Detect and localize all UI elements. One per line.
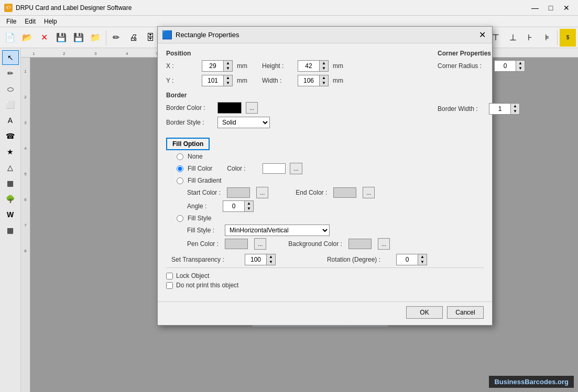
toolbar-print[interactable]: 🖨 (125, 29, 141, 47)
x-label: X : (166, 62, 198, 70)
minimize-button[interactable]: — (528, 2, 542, 14)
y-down[interactable]: ▼ (224, 81, 232, 86)
fill-option-container: Fill Option None Fill Color Color : (166, 132, 427, 265)
bg-color-label: Background Color : (288, 240, 342, 248)
fill-color-swatch[interactable] (263, 163, 286, 174)
gradient-angle-row: Angle : ▲ ▼ (166, 200, 427, 212)
angle-up[interactable]: ▲ (245, 201, 253, 206)
start-color-swatch[interactable] (227, 187, 250, 198)
fill-gradient-row: Fill Gradient (166, 177, 427, 184)
window-close-button[interactable]: ✕ (559, 2, 574, 14)
height-unit: mm (333, 62, 343, 70)
position-section-label: Position (166, 50, 427, 57)
height-up[interactable]: ▲ (320, 61, 328, 66)
border-width-section: Border Width : ▲ ▼ (438, 103, 532, 115)
y-input[interactable] (202, 75, 223, 86)
fill-gradient-radio[interactable] (177, 177, 183, 184)
corner-radius-up[interactable]: ▲ (516, 61, 525, 66)
toolbar-save2[interactable]: 💾 (71, 29, 87, 47)
tool-ellipse[interactable]: ⬭ (2, 82, 19, 96)
rotation-up[interactable]: ▲ (418, 254, 427, 260)
bg-color-swatch[interactable] (348, 239, 372, 249)
pen-color-browse[interactable]: ... (254, 238, 266, 250)
app-title: DRPU Card and Label Designer Software (16, 4, 132, 12)
border-color-browse[interactable]: ... (246, 102, 258, 114)
toolbar-align-bottom[interactable]: ⊦ (522, 29, 538, 47)
tool-text[interactable]: A (2, 113, 19, 128)
menu-file[interactable]: File (2, 17, 20, 26)
tool-image[interactable]: 🌳 (2, 192, 19, 206)
border-width-up[interactable]: ▲ (511, 104, 519, 109)
height-down[interactable]: ▼ (320, 66, 328, 71)
fill-style-radio[interactable] (177, 215, 183, 222)
x-up[interactable]: ▲ (224, 61, 232, 66)
bg-color-browse[interactable]: ... (378, 238, 390, 250)
toolbar-save[interactable]: 💾 (53, 29, 70, 47)
end-color-browse[interactable]: ... (363, 187, 375, 198)
corner-radius-down[interactable]: ▼ (516, 66, 525, 71)
toolbar-new[interactable]: 📄 (2, 29, 18, 47)
pen-color-swatch[interactable] (225, 239, 248, 249)
ok-button[interactable]: OK (406, 306, 443, 319)
y-up[interactable]: ▲ (224, 75, 232, 81)
tools-sidebar: ↖ ✏ ⬭ ⬜ A ☎ ★ △ ▦ 🌳 W ▦ (0, 48, 21, 392)
angle-down[interactable]: ▼ (245, 206, 253, 211)
fill-style-select[interactable]: MinHorizontalVertical Horizontal (225, 225, 330, 236)
dialog-title: Rectangle Properties (176, 31, 239, 39)
border-width-input[interactable] (489, 104, 510, 114)
toolbar-distribute[interactable]: ⊧ (539, 29, 555, 47)
toolbar-open[interactable]: 📂 (19, 29, 36, 47)
border-style-label: Border Style : (166, 119, 213, 126)
transparency-input[interactable] (245, 254, 266, 265)
angle-input[interactable] (223, 201, 244, 211)
maximize-button[interactable]: □ (543, 2, 558, 14)
end-color-swatch[interactable] (333, 187, 356, 198)
fill-color-radio[interactable] (177, 165, 183, 172)
tool-star[interactable]: ★ (2, 144, 19, 159)
tool-grid[interactable]: ▦ (2, 223, 19, 238)
toolbar-folder[interactable]: 📁 (88, 29, 104, 47)
border-style-select[interactable]: Solid Dashed Dotted (217, 117, 270, 128)
width-input[interactable] (298, 75, 319, 86)
fill-none-label: None (188, 153, 203, 160)
menu-edit[interactable]: Edit (20, 17, 40, 26)
tool-barcode[interactable]: ▦ (2, 176, 19, 191)
x-input[interactable] (202, 61, 223, 71)
fill-option-tab[interactable]: Fill Option (166, 138, 210, 150)
fill-none-radio[interactable] (177, 153, 183, 160)
width-up[interactable]: ▲ (320, 75, 328, 81)
transparency-rotation-row: Set Transparency : ▲ ▼ Rotation (Degree)… (166, 254, 427, 265)
toolbar-align-top[interactable]: ⊥ (505, 29, 521, 47)
rotation-input[interactable] (397, 254, 418, 265)
no-print-checkbox[interactable] (166, 282, 173, 289)
toolbar-barcode[interactable]: $ (560, 29, 576, 47)
lock-object-checkbox[interactable] (166, 273, 173, 279)
dialog-close-button[interactable]: ✕ (476, 29, 488, 41)
tool-triangle[interactable]: △ (2, 160, 19, 175)
x-down[interactable]: ▼ (224, 66, 232, 71)
fill-color-browse[interactable]: ... (290, 163, 302, 174)
transparency-down[interactable]: ▼ (267, 260, 275, 265)
cancel-button[interactable]: Cancel (447, 306, 484, 319)
tool-w[interactable]: W (2, 207, 19, 222)
pen-bg-color-row: Pen Color : ... Background Color : ... (166, 238, 427, 250)
menu-help[interactable]: Help (40, 17, 61, 26)
rotation-down[interactable]: ▼ (418, 260, 427, 265)
toolbar-edit[interactable]: ✏ (108, 29, 125, 47)
height-input[interactable] (298, 61, 319, 71)
border-width-down[interactable]: ▼ (511, 109, 519, 114)
border-width-row: Border Width : ▲ ▼ (438, 103, 532, 115)
corner-radius-input[interactable] (495, 61, 516, 71)
rotation-spin: ▲ ▼ (396, 254, 427, 265)
tool-select[interactable]: ↖ (2, 50, 19, 65)
toolbar-close[interactable]: ✕ (36, 29, 52, 47)
border-color-swatch[interactable] (217, 102, 242, 114)
tool-rectangle[interactable]: ⬜ (2, 97, 19, 112)
transparency-up[interactable]: ▲ (267, 254, 275, 260)
dialog-left-col: Position X : ▲ ▼ mm Height : (166, 50, 427, 265)
tool-pencil[interactable]: ✏ (2, 66, 19, 81)
start-color-browse[interactable]: ... (256, 187, 268, 198)
tool-phone[interactable]: ☎ (2, 129, 19, 143)
toolbar-db[interactable]: 🗄 (143, 29, 159, 47)
width-down[interactable]: ▼ (320, 81, 328, 86)
